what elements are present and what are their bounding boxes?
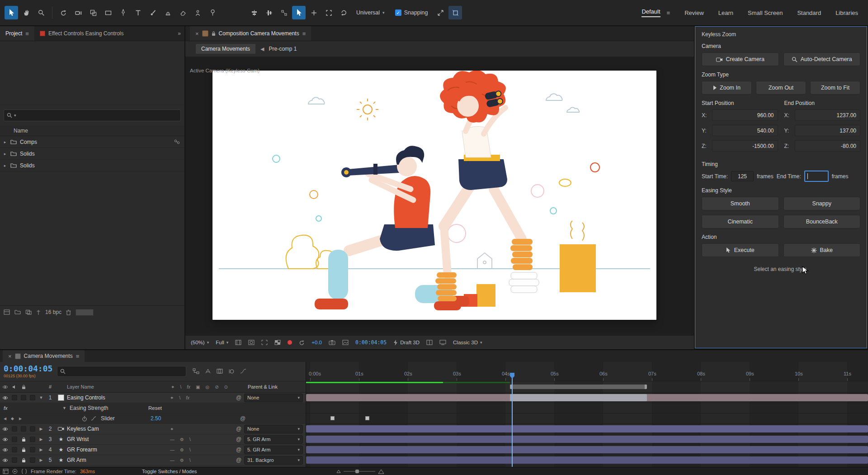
zoom-slider-track[interactable] — [344, 471, 375, 472]
shape-tool[interactable] — [101, 6, 115, 19]
new-folder-icon[interactable] — [14, 309, 21, 315]
execute-button[interactable]: Execute — [702, 243, 779, 257]
timeline-graph[interactable]: 0:00s 01s 02s 03s 04s 05s 06s 07s 08s 09… — [306, 362, 868, 467]
playhead[interactable] — [512, 373, 513, 467]
expression-icon[interactable] — [21, 469, 27, 474]
keyframe-toggle-icon[interactable]: ◆ — [11, 416, 14, 421]
auto-detect-camera-button[interactable]: Auto-Detect Camera — [783, 52, 861, 66]
next-keyframe-icon[interactable]: ▶ — [19, 417, 22, 421]
property-name[interactable]: Slider — [101, 415, 115, 422]
end-x-field[interactable]: 1237.00 — [795, 109, 861, 121]
reset-link[interactable]: Reset — [148, 405, 162, 411]
timeline-tab[interactable]: × Camera Movements ≡ — [3, 350, 85, 362]
region-icon[interactable] — [322, 6, 335, 19]
start-time-input[interactable] — [731, 171, 754, 181]
timeline-search[interactable] — [57, 366, 186, 377]
workspace-small-screen[interactable]: Small Screen — [748, 10, 783, 16]
layer-switches[interactable]: ✦ — [166, 427, 233, 432]
adjust-icon[interactable] — [36, 309, 41, 315]
trash-icon[interactable] — [66, 309, 71, 315]
layer-row-keyless-cam[interactable]: ▶ 2 Keyless Cam ✦ @ None▾ — [0, 424, 306, 434]
layer-bar-row-easing-controls[interactable] — [306, 393, 868, 403]
audio-toggle[interactable] — [10, 426, 19, 432]
workspace-standard[interactable]: Standard — [797, 10, 821, 16]
graph-editor-icon[interactable] — [240, 368, 246, 374]
project-item-comps[interactable]: ▸ Comps — [0, 136, 184, 148]
layer-switches[interactable]: —⚙\ — [166, 447, 233, 452]
workspace-default[interactable]: Default — [642, 8, 660, 17]
property-bar-row-easing-strength[interactable] — [306, 403, 868, 413]
panel-menu-icon[interactable]: ≡ — [76, 353, 80, 360]
end-time-input[interactable] — [804, 171, 829, 182]
layer-row-gr-forearm[interactable]: ▶ 4 ★ GR Forearm —⚙\ @ 5. GR Arm▾ — [0, 445, 306, 455]
start-z-field[interactable]: -1500.00 — [712, 140, 778, 152]
solo-toggle[interactable] — [28, 437, 37, 442]
pixel-aspect-icon[interactable] — [426, 340, 433, 345]
parent-dropdown[interactable]: None▾ — [244, 425, 303, 433]
parent-dropdown[interactable]: 5. GR Arm▾ — [244, 435, 303, 444]
name-column-header[interactable]: Name — [0, 126, 184, 136]
stopwatch-icon[interactable] — [82, 416, 87, 422]
pick-whip-icon[interactable]: @ — [233, 436, 244, 442]
snapshot-camera-icon[interactable] — [329, 340, 335, 345]
layer-bar-row-keyless-cam[interactable] — [306, 424, 868, 434]
close-tab-icon[interactable]: × — [195, 30, 199, 37]
add-icon[interactable] — [307, 6, 321, 19]
property-row-easing-strength[interactable]: fx ▼ Easing Strength Reset — [0, 403, 306, 413]
eye-icon[interactable] — [0, 448, 10, 452]
align-horizontal-icon[interactable] — [247, 6, 261, 19]
lock-icon[interactable] — [212, 31, 216, 36]
expand-caret-icon[interactable]: ▶ — [37, 447, 45, 452]
audio-toggle[interactable] — [10, 457, 19, 463]
fast-previews-dropdown[interactable]: Draft 3D — [393, 340, 420, 346]
solo-toggle[interactable] — [28, 457, 37, 463]
time-ruler[interactable]: 0:00s 01s 02s 03s 04s 05s 06s 07s 08s 09… — [306, 362, 868, 381]
snapping-toggle[interactable]: ✓Snapping — [395, 10, 428, 16]
work-area-strip[interactable] — [306, 381, 868, 393]
end-y-field[interactable]: 137.00 — [795, 125, 861, 136]
layer-color-swatch[interactable] — [55, 394, 67, 401]
project-item-solids-1[interactable]: ▸ Solids — [0, 148, 184, 160]
layer-name[interactable]: GR Forearm — [67, 446, 166, 453]
eye-icon[interactable] — [0, 437, 10, 442]
puppet-pin-tool[interactable] — [206, 6, 219, 19]
composition-flowchart-icon[interactable] — [193, 368, 199, 374]
workspace-review[interactable]: Review — [684, 10, 704, 16]
draft-icon[interactable] — [205, 368, 211, 374]
reset-exposure-icon[interactable] — [299, 340, 305, 346]
eye-icon[interactable] — [0, 427, 10, 431]
eye-icon[interactable] — [0, 396, 10, 400]
universal-dropdown[interactable]: Universal▾ — [356, 10, 385, 16]
project-search[interactable]: ▾ — [4, 109, 181, 121]
mask-visibility-icon[interactable] — [248, 340, 255, 345]
keyframe-icon[interactable] — [330, 416, 335, 420]
start-x-field[interactable]: 960.00 — [712, 109, 778, 121]
parent-link-column-header[interactable]: Parent & Link — [245, 383, 303, 391]
new-composition-icon[interactable] — [25, 309, 32, 315]
zoom-out-mountain-icon[interactable] — [336, 469, 341, 473]
end-z-field[interactable]: -80.00 — [795, 140, 861, 152]
expression-graph-icon[interactable] — [91, 416, 96, 421]
motion-blur-icon[interactable] — [228, 368, 235, 375]
property-row-slider[interactable]: ◀ ◆ ▶ Slider 2.50 @ — [0, 413, 306, 424]
expand-caret-icon[interactable]: ▶ — [37, 427, 45, 431]
pick-whip-icon[interactable]: @ — [233, 446, 244, 453]
layer-row-gr-arm[interactable]: ▶ 5 ★ GR Arm —⚙\ @ 31. Backgro▾ — [0, 455, 306, 466]
type-tool[interactable] — [131, 6, 145, 19]
panel-menu-icon[interactable]: ≡ — [302, 30, 306, 37]
panel-menu-icon[interactable]: ≡ — [25, 30, 29, 37]
parent-dropdown[interactable]: 5. GR Arm▾ — [244, 446, 303, 454]
workspace-libraries[interactable]: Libraries — [835, 10, 858, 16]
expand-caret-icon[interactable]: ▸ — [3, 152, 7, 156]
layer-bar-row-gr-forearm[interactable] — [306, 445, 868, 455]
prev-keyframe-icon[interactable]: ◀ — [4, 417, 6, 421]
pick-whip-icon[interactable]: @ — [240, 415, 245, 422]
layer-name[interactable]: GR Arm — [67, 457, 166, 463]
layer-name-column-header[interactable]: Layer Name — [67, 384, 167, 390]
composition-canvas[interactable] — [212, 71, 656, 320]
keyframe-icon[interactable] — [365, 416, 369, 420]
hand-tool[interactable] — [19, 6, 33, 19]
current-timecode[interactable]: 0:00:04:05 — [4, 365, 52, 373]
layer-bar-row-gr-wrist[interactable] — [306, 434, 868, 445]
exposure-value[interactable]: +0.0 — [311, 340, 322, 345]
